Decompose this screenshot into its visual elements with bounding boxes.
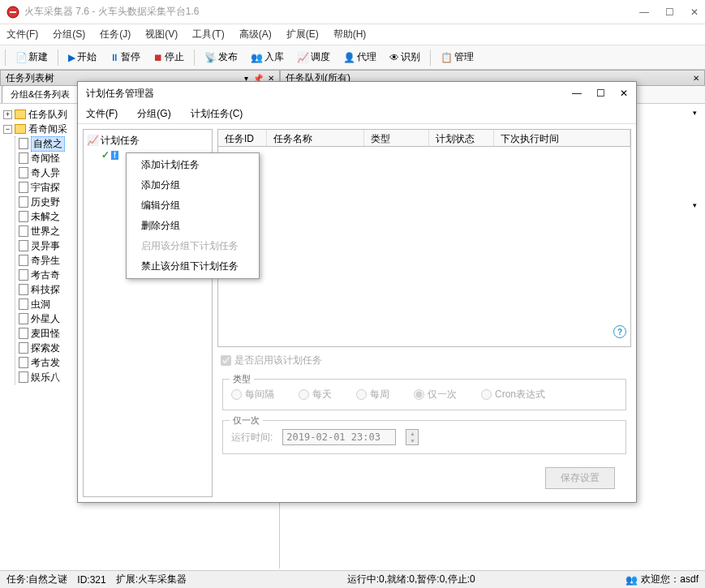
new-button[interactable]: 📄新建 bbox=[11, 49, 53, 66]
once-fieldset: 仅一次 运行时间: ▲ ▼ bbox=[222, 420, 626, 454]
col-task-name[interactable]: 任务名称 bbox=[267, 130, 364, 146]
folder-icon bbox=[15, 124, 26, 134]
help-icon[interactable]: ? bbox=[613, 325, 626, 338]
folder-icon bbox=[15, 109, 26, 119]
import-button[interactable]: 👥入库 bbox=[246, 49, 289, 66]
radio-interval[interactable]: 每间隔 bbox=[231, 388, 274, 401]
radio-cron[interactable]: Cron表达式 bbox=[481, 388, 545, 401]
runtime-input[interactable] bbox=[282, 429, 396, 445]
context-menu: 添加计划任务 添加分组 编辑分组 删除分组 启用该分组下计划任务 禁止该分组下计… bbox=[126, 152, 260, 279]
menu-help[interactable]: 帮助(H) bbox=[333, 28, 367, 41]
file-icon bbox=[19, 196, 28, 208]
collapse-icon[interactable]: − bbox=[3, 125, 12, 134]
maximize-button[interactable]: ☐ bbox=[665, 6, 674, 18]
close-button[interactable]: ✕ bbox=[690, 6, 699, 18]
dialog-grid-body bbox=[217, 147, 631, 347]
proxy-button[interactable]: 👤代理 bbox=[338, 49, 381, 66]
file-icon bbox=[19, 357, 28, 368]
file-icon bbox=[19, 313, 28, 324]
file-icon bbox=[19, 342, 28, 354]
ctx-add-task[interactable]: 添加计划任务 bbox=[127, 155, 259, 175]
file-icon bbox=[19, 328, 28, 339]
task-icon: 📈 bbox=[87, 135, 99, 146]
file-icon bbox=[19, 269, 28, 281]
main-toolbar: 📄新建 ▶开始 ⏸暂停 ⏹停止 📡发布 👥入库 📈调度 👤代理 👁识别 📋管理 bbox=[0, 45, 705, 70]
file-icon bbox=[19, 255, 28, 266]
ctx-disable-group[interactable]: 禁止该分组下计划任务 bbox=[127, 256, 259, 277]
file-icon bbox=[19, 225, 28, 237]
ctx-add-group[interactable]: 添加分组 bbox=[127, 175, 259, 195]
minimize-button[interactable]: — bbox=[639, 6, 649, 18]
status-task: 任务:自然之谜 bbox=[6, 573, 67, 586]
ctx-edit-group[interactable]: 编辑分组 bbox=[127, 195, 259, 216]
radio-daily[interactable]: 每天 bbox=[299, 388, 332, 401]
menu-task[interactable]: 任务(J) bbox=[100, 28, 131, 41]
enable-checkbox[interactable]: 是否启用该计划任务 bbox=[221, 354, 628, 367]
window-title: 火车采集器 7.6 - 火车头数据采集平台1.6 bbox=[24, 5, 639, 19]
col-next-time[interactable]: 下次执行时间 bbox=[494, 130, 630, 146]
dialog-titlebar: 计划任务管理器 — ☐ ✕ bbox=[78, 82, 636, 105]
main-titlebar: 火车采集器 7.6 - 火车头数据采集平台1.6 — ☐ ✕ bbox=[0, 0, 705, 24]
publish-button[interactable]: 📡发布 bbox=[200, 49, 243, 66]
menu-view[interactable]: 视图(V) bbox=[145, 28, 178, 41]
stop-button[interactable]: ⏹停止 bbox=[148, 49, 189, 66]
main-menubar: 文件(F) 分组(S) 任务(J) 视图(V) 工具(T) 高级(A) 扩展(E… bbox=[0, 24, 705, 45]
user-icon: 👥 bbox=[625, 574, 638, 586]
expand-icon[interactable]: + bbox=[3, 110, 12, 119]
folder-badge-icon: f bbox=[111, 151, 118, 160]
status-ext: 扩展:火车采集器 bbox=[116, 573, 187, 586]
dialog-grid-header: 任务ID 任务名称 类型 计划状态 下次执行时间 bbox=[217, 129, 631, 147]
dialog-close-button[interactable]: ✕ bbox=[620, 88, 628, 99]
file-icon bbox=[19, 211, 28, 222]
save-settings-button[interactable]: 保存设置 bbox=[545, 467, 615, 489]
check-icon: ✓ bbox=[101, 149, 110, 161]
dialog-title: 计划任务管理器 bbox=[86, 87, 572, 101]
spinner-up-icon[interactable]: ▲ bbox=[406, 430, 418, 437]
file-icon bbox=[19, 298, 28, 310]
dialog-menu-file[interactable]: 文件(F) bbox=[86, 107, 118, 121]
start-button[interactable]: ▶开始 bbox=[63, 49, 101, 66]
dialog-menu-group[interactable]: 分组(G) bbox=[137, 107, 170, 121]
dialog-maximize-button[interactable]: ☐ bbox=[596, 88, 605, 99]
file-icon bbox=[19, 138, 28, 149]
col-type[interactable]: 类型 bbox=[364, 130, 429, 146]
status-ready: 就绪:0, bbox=[387, 573, 417, 586]
status-stopped: 停止:0 bbox=[448, 573, 475, 586]
panel-close-icon[interactable]: ✕ bbox=[693, 74, 699, 83]
spinner-down-icon[interactable]: ▼ bbox=[406, 437, 418, 444]
file-icon bbox=[19, 284, 28, 295]
dropdown-icon[interactable]: ▾ bbox=[693, 201, 697, 209]
menu-tool[interactable]: 工具(T) bbox=[192, 28, 224, 41]
status-paused: 暂停:0, bbox=[417, 573, 447, 586]
col-status[interactable]: 计划状态 bbox=[429, 130, 494, 146]
radio-once[interactable]: 仅一次 bbox=[414, 388, 457, 401]
dialog-minimize-button[interactable]: — bbox=[572, 88, 582, 99]
ctx-delete-group[interactable]: 删除分组 bbox=[127, 216, 259, 236]
schedule-task-dialog: 计划任务管理器 — ☐ ✕ 文件(F) 分组(G) 计划任务(C) 📈 计划任务… bbox=[77, 81, 637, 503]
menu-group[interactable]: 分组(S) bbox=[53, 28, 85, 41]
type-fieldset: 类型 每间隔 每天 每周 仅一次 Cron表达式 bbox=[222, 379, 626, 410]
dialog-tree-root[interactable]: 📈 计划任务 bbox=[87, 133, 208, 148]
file-icon bbox=[19, 240, 28, 251]
recognize-button[interactable]: 👁识别 bbox=[385, 49, 425, 66]
status-bar: 任务:自然之谜 ID:321 扩展:火车采集器 运行中:0, 就绪:0, 暂停:… bbox=[0, 570, 705, 588]
menu-advanced[interactable]: 高级(A) bbox=[239, 28, 272, 41]
left-tab[interactable]: 分组&任务列表 bbox=[2, 85, 79, 103]
app-logo-icon bbox=[6, 6, 19, 19]
pause-button[interactable]: ⏸暂停 bbox=[105, 49, 145, 66]
file-icon bbox=[19, 182, 28, 193]
datetime-spinner[interactable]: ▲ ▼ bbox=[406, 429, 419, 445]
file-icon bbox=[19, 167, 28, 178]
col-task-id[interactable]: 任务ID bbox=[218, 130, 267, 146]
dropdown-icon[interactable]: ▾ bbox=[693, 109, 697, 117]
radio-weekly[interactable]: 每周 bbox=[356, 388, 389, 401]
manage-button[interactable]: 📋管理 bbox=[436, 49, 479, 66]
menu-extend[interactable]: 扩展(E) bbox=[286, 28, 319, 41]
menu-file[interactable]: 文件(F) bbox=[6, 28, 38, 41]
dialog-menu-task[interactable]: 计划任务(C) bbox=[191, 107, 243, 121]
status-running: 运行中:0, bbox=[347, 573, 387, 586]
schedule-button[interactable]: 📈调度 bbox=[292, 49, 335, 66]
file-icon bbox=[19, 152, 28, 164]
dialog-menubar: 文件(F) 分组(G) 计划任务(C) bbox=[78, 105, 636, 124]
file-icon bbox=[19, 371, 28, 383]
